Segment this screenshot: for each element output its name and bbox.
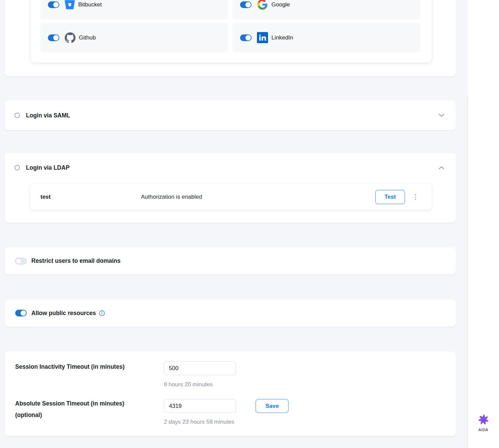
linkedin-icon — [257, 32, 268, 43]
chevron-down-icon[interactable] — [439, 114, 444, 117]
ldap-connection-status: Authorization is enabled — [141, 194, 202, 200]
kebab-menu-icon[interactable] — [413, 192, 418, 202]
restrict-domains-toggle[interactable] — [15, 258, 27, 264]
absolute-timeout-helper: 2 days 23 hours 59 minutes — [164, 419, 234, 425]
saml-title: Login via SAML — [26, 112, 70, 119]
saml-header[interactable]: Login via SAML — [5, 101, 456, 130]
toggle-knob — [21, 310, 26, 316]
session-settings-card: Session Inactivity Timeout (in minutes) … — [5, 352, 456, 436]
toggle-knob — [245, 35, 251, 40]
aida-label: AIDA — [478, 428, 488, 432]
restrict-domains-label: Restrict users to email domains — [31, 257, 121, 264]
absolute-timeout-label-text: Absolute Session Timeout (in minutes) — [15, 400, 124, 407]
inactivity-timeout-input[interactable] — [164, 361, 236, 375]
public-resources-label: Allow public resources — [31, 310, 96, 317]
provider-tile-bitbucket: Bitbucket — [40, 0, 228, 19]
settings-page: Bitbucket Google Github — [0, 0, 499, 448]
chevron-up-icon[interactable] — [439, 166, 444, 169]
github-icon — [65, 32, 76, 43]
provider-label: Google — [271, 1, 290, 8]
provider-tile-linkedin: LinkedIn — [233, 23, 420, 52]
test-button[interactable]: Test — [375, 190, 405, 204]
aida-flower-icon — [478, 414, 489, 426]
ldap-connection-row: test Authorization is enabled Test — [30, 184, 432, 210]
vertical-divider — [467, 95, 468, 448]
aida-widget[interactable]: AIDA — [468, 414, 499, 432]
ldap-header[interactable]: Login via LDAP — [5, 153, 456, 183]
ldap-connection-name: test — [40, 194, 51, 200]
provider-label: LinkedIn — [271, 34, 293, 41]
provider-label: Github — [79, 34, 96, 41]
absolute-timeout-optional-text: (optional) — [15, 412, 42, 418]
saml-card: Login via SAML — [5, 101, 456, 130]
public-resources-card: Allow public resources — [5, 300, 456, 327]
bitbucket-toggle[interactable] — [48, 1, 59, 8]
ldap-title: Login via LDAP — [26, 164, 69, 171]
toggle-knob — [16, 258, 21, 264]
absolute-timeout-input[interactable] — [164, 399, 236, 413]
restrict-domains-card: Restrict users to email domains — [5, 247, 456, 275]
inactivity-timeout-helper: 8 hours 20 minutes — [164, 381, 213, 388]
google-icon — [257, 0, 268, 10]
ldap-card: Login via LDAP test Authorization is ena… — [5, 153, 456, 223]
toggle-knob — [245, 2, 251, 7]
provider-label: Bitbucket — [78, 1, 102, 8]
github-toggle[interactable] — [48, 34, 59, 41]
absolute-timeout-label: Absolute Session Timeout (in minutes) (o… — [15, 398, 157, 421]
toggle-knob — [53, 2, 59, 7]
linkedin-toggle[interactable] — [240, 34, 252, 41]
bitbucket-icon — [65, 0, 75, 10]
saml-radio[interactable] — [14, 113, 20, 118]
right-rail — [468, 0, 499, 448]
public-resources-toggle[interactable] — [15, 310, 27, 316]
toggle-knob — [53, 35, 59, 40]
ldap-radio[interactable] — [14, 165, 20, 170]
provider-tile-github: Github — [40, 23, 228, 52]
google-toggle[interactable] — [240, 1, 252, 8]
info-icon[interactable] — [99, 310, 105, 316]
save-button[interactable]: Save — [256, 399, 289, 413]
inactivity-timeout-label: Session Inactivity Timeout (in minutes) — [15, 361, 124, 372]
provider-tile-google: Google — [233, 0, 420, 19]
